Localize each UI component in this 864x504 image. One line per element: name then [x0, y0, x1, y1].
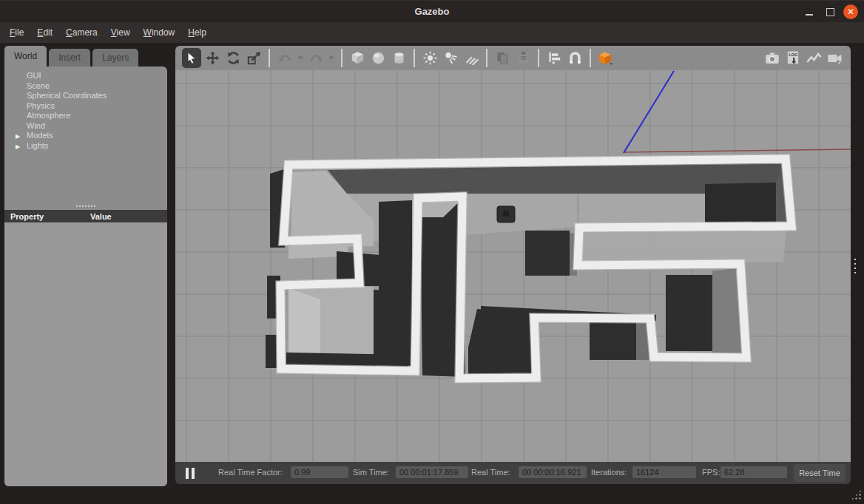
real-time-label: Real Time:: [471, 468, 510, 477]
menu-file[interactable]: File: [3, 22, 30, 43]
undo-icon: [278, 52, 292, 64]
log-icon-text: LOG: [789, 52, 797, 57]
tree-item-atmosphere[interactable]: Atmosphere: [4, 111, 167, 121]
panel-tabs: World Insert Layers: [4, 46, 138, 67]
menu-edit[interactable]: Edit: [30, 22, 59, 43]
render-viewport-3d[interactable]: [175, 70, 851, 462]
sim-time-value: 00 00:01:17.859: [396, 466, 468, 478]
tree-item-gui[interactable]: GUI: [4, 71, 167, 81]
point-light-button[interactable]: [420, 48, 439, 68]
chevron-down-icon: [297, 56, 303, 60]
expand-arrow-icon[interactable]: ▶: [16, 132, 20, 142]
close-button[interactable]: ✕: [843, 4, 858, 19]
tree-item-wind[interactable]: Wind: [4, 121, 167, 132]
toolbar-separator: [414, 49, 415, 67]
undo-button[interactable]: [275, 48, 294, 68]
minimize-button[interactable]: [802, 4, 817, 19]
camera-icon: [765, 52, 780, 65]
tab-world[interactable]: World: [4, 46, 47, 67]
pause-icon: [186, 468, 189, 479]
cylinder-icon: [392, 51, 406, 65]
gazebo-window: Gazebo ✕ File Edit Camera View Window He…: [0, 0, 864, 504]
menu-window[interactable]: Window: [137, 22, 182, 43]
record-video-button[interactable]: [825, 48, 844, 68]
rotate-tool-button[interactable]: [223, 48, 243, 68]
expand-arrow-icon[interactable]: ▶: [16, 142, 20, 152]
chevron-down-icon: [328, 56, 334, 60]
toolbar-separator: [269, 49, 270, 67]
rotate-icon: [226, 51, 240, 65]
screenshot-button[interactable]: [763, 48, 782, 68]
magnet-icon: [568, 51, 582, 65]
maximize-button[interactable]: [823, 4, 837, 19]
paste-button[interactable]: [513, 48, 533, 68]
window-title: Gazebo: [0, 1, 864, 23]
tab-insert[interactable]: Insert: [49, 49, 90, 67]
paste-icon: [516, 51, 530, 65]
tab-layers[interactable]: Layers: [92, 49, 138, 67]
real-time-factor-label: Real Time Factor:: [218, 468, 283, 477]
scale-tool-button[interactable]: [244, 48, 263, 68]
tree-item-models[interactable]: ▶Models: [4, 131, 167, 141]
align-tool-button[interactable]: [544, 48, 564, 68]
splitter-dots-icon: [76, 205, 95, 207]
ground-plane: [175, 70, 851, 462]
iterations-label: Iterations:: [591, 468, 627, 477]
menu-help[interactable]: Help: [181, 22, 213, 43]
menu-view[interactable]: View: [104, 22, 137, 43]
tree-item-scene[interactable]: Scene: [4, 81, 167, 92]
maximize-icon: [826, 8, 834, 16]
line-chart-icon: [806, 52, 822, 64]
spot-light-button[interactable]: [441, 48, 460, 68]
copy-button[interactable]: [493, 48, 512, 68]
pause-icon: [192, 468, 195, 479]
directional-light-icon: [465, 51, 479, 65]
select-arrow-icon: [186, 52, 198, 64]
world-tree: GUI Scene Spherical Coordinates Physics …: [4, 67, 167, 202]
copy-icon: [496, 51, 510, 65]
insert-sphere-button[interactable]: [368, 48, 388, 68]
tree-item-lights[interactable]: ▶Lights: [4, 141, 167, 151]
redo-button[interactable]: [306, 48, 325, 68]
snap-tool-button[interactable]: [565, 48, 584, 68]
sim-time-label: Sim Time:: [353, 468, 389, 477]
scene-canvas: [175, 70, 851, 462]
value-column-header: Value: [90, 212, 167, 221]
pause-button[interactable]: [181, 466, 199, 480]
toolbar-separator: [538, 49, 539, 67]
point-light-icon: [423, 51, 437, 65]
real-time-value: 00 00:00:16.921: [519, 466, 587, 478]
tree-item-spherical-coordinates[interactable]: Spherical Coordinates: [4, 91, 167, 101]
right-panel-splitter[interactable]: [854, 259, 856, 275]
toolbar-separator: [486, 49, 487, 67]
window-resize-grip[interactable]: [851, 489, 862, 500]
toolbar-separator: [590, 49, 591, 67]
log-recording-button[interactable]: LOG: [783, 48, 803, 68]
translate-icon: [206, 51, 220, 65]
redo-history-button[interactable]: [327, 48, 336, 68]
reset-time-button[interactable]: Reset Time: [794, 464, 846, 482]
scale-icon: [247, 51, 261, 65]
plot-button[interactable]: [804, 48, 823, 68]
directional-light-button[interactable]: [462, 48, 481, 68]
insert-cylinder-button[interactable]: [389, 48, 408, 68]
left-panel: World Insert Layers GUI Scene Spherical …: [4, 46, 167, 486]
insert-box-button[interactable]: [348, 48, 367, 68]
real-time-factor-value: 0.99: [291, 466, 348, 478]
select-tool-button[interactable]: [182, 48, 201, 68]
robot-box[interactable]: [497, 206, 515, 222]
fps-value: 62.28: [720, 466, 787, 478]
menu-camera[interactable]: Camera: [59, 22, 104, 43]
log-file-icon: LOG: [786, 51, 800, 65]
view-cube-icon: [598, 51, 614, 66]
toolbar-separator: [341, 49, 342, 67]
undo-history-button[interactable]: [296, 48, 305, 68]
view-angle-button[interactable]: [596, 48, 615, 68]
iterations-value: 16124: [632, 466, 696, 478]
render-toolbar: LOG: [175, 46, 851, 70]
redo-icon: [309, 52, 323, 64]
minimize-icon: [806, 14, 813, 16]
tree-item-physics[interactable]: Physics: [4, 101, 167, 112]
translate-tool-button[interactable]: [203, 48, 222, 68]
panel-splitter[interactable]: [4, 202, 167, 210]
